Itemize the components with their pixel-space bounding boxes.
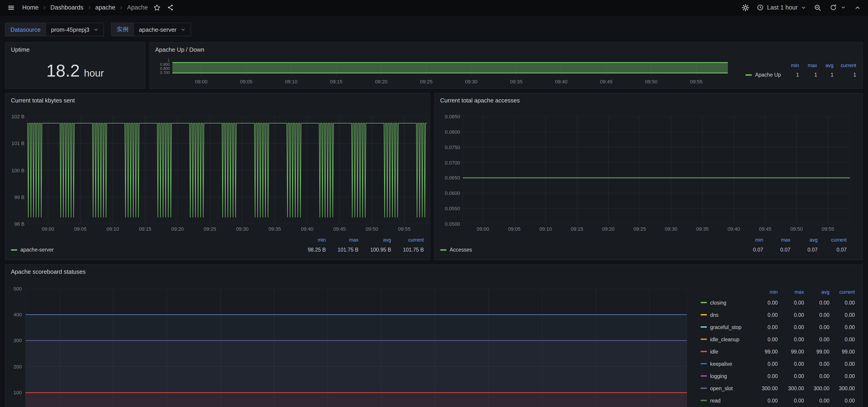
legend-header-min[interactable]: min [781,63,799,68]
legend-series-name[interactable]: read [701,398,750,403]
legend-header-avg[interactable]: avg [817,63,834,68]
y-axis-label: 0.0500 [436,221,460,227]
legend-value-max: 99.00 [778,349,804,354]
legend-value-max: 0.00 [778,373,804,379]
panel-title[interactable]: Uptime [11,46,30,53]
instance-variable: 实例 apache-server [111,23,191,36]
series-color-swatch [701,339,707,340]
chart-plot[interactable] [463,116,850,224]
x-axis-label: 09:40 [296,226,318,232]
legend-header-min[interactable]: min [293,237,326,242]
legend-header-max[interactable]: max [763,237,790,242]
x-axis-label: 09:50 [785,226,808,232]
stat-unit: hour [84,67,104,79]
legend-series-name[interactable]: keepalive [701,361,750,367]
y-axis-label: 0.0600 [436,191,460,196]
refresh-button[interactable] [829,3,838,12]
legend-series-name[interactable]: Apache Up [745,72,781,77]
share-icon [167,4,174,11]
star-dashboard-button[interactable] [152,3,161,12]
x-axis-label: 09:40 [722,226,745,232]
legend-value-avg: 0.00 [804,398,830,403]
legend-value-min: 98.25 B [293,247,326,252]
legend-series-name[interactable]: graceful_stop [701,324,750,330]
chart-plot[interactable] [27,116,427,224]
legend-series-name[interactable]: apache-server [11,247,293,252]
legend-header-avg[interactable]: avg [790,237,818,242]
legend-header-current[interactable]: current [818,237,847,242]
legend-value-min: 0.00 [750,398,778,403]
legend-header-min[interactable]: min [750,289,778,295]
legend-value-max: 0.00 [778,300,804,305]
legend-header-current[interactable]: current [391,237,424,242]
time-range-picker[interactable]: Last 1 hour [757,4,806,11]
chevron-down-icon [801,5,806,10]
x-axis-label: 09:05 [69,226,92,232]
legend-value-max: 0.00 [778,312,804,317]
refresh-icon [830,4,837,11]
x-axis-label: 09:15 [566,226,588,232]
legend-series-name[interactable]: Accesses [440,247,736,252]
y-axis-label: 100 B [5,167,25,173]
legend-series-name[interactable]: logging [701,373,750,379]
legend-header-max[interactable]: max [778,289,804,295]
breadcrumb-current-page: Apache [127,4,148,11]
legend-value-min: 0.07 [736,247,763,252]
series-color-swatch [701,400,707,401]
zoom-out-icon [814,4,821,11]
gear-icon [742,4,749,11]
legend-header-avg[interactable]: avg [359,237,391,242]
x-axis-label: 09:50 [640,79,663,84]
legend-series-name[interactable]: dns [701,312,750,317]
panel-title[interactable]: Current total kbytes sent [11,97,75,104]
legend-value-current: 0.00 [830,373,855,379]
breadcrumb-dashboards[interactable]: Dashboards [50,4,84,11]
legend-header-min[interactable]: min [736,237,763,242]
datasource-picker[interactable]: prom-45prepj3 [45,23,104,36]
legend-value-current: 99.00 [830,349,855,354]
y-axis-label: 0.0550 [436,206,460,211]
panel-title[interactable]: Current total apache accesses [440,97,520,104]
series-color-swatch [11,249,17,250]
legend-value-avg: 300.00 [804,385,830,391]
legend-header-current[interactable]: current [834,63,856,68]
chevron-up-button[interactable] [854,3,862,11]
x-axis-label: 09:10 [280,79,303,84]
share-dashboard-button[interactable] [166,3,175,12]
legend-header-current[interactable]: current [830,289,855,295]
refresh-controls [829,3,847,12]
dashboard-settings-button[interactable] [741,3,750,12]
legend-header-max[interactable]: max [326,237,359,242]
breadcrumb-apache-folder[interactable]: apache [95,4,116,11]
y-axis-label: 0.0750 [436,144,460,150]
panel-title[interactable]: Apache scoreboard statuses [11,268,86,275]
legend-series-name[interactable]: closing [701,300,750,305]
chevron-up-icon [855,4,861,11]
y-axis-label: 0.0700 [436,160,460,165]
x-axis-label: 09:30 [660,226,682,232]
legend-series-name[interactable]: idle [701,349,750,354]
chart-plot[interactable] [173,61,728,77]
chart-plot[interactable] [25,289,687,407]
legend-value-max: 0.00 [778,324,804,330]
panel-title[interactable]: Apache Up / Down [155,46,205,53]
instance-picker[interactable]: apache-server [133,23,191,36]
legend-value-current: 0.00 [830,324,855,330]
breadcrumb-home[interactable]: Home [22,4,38,11]
hamburger-menu-button[interactable] [6,3,16,12]
legend-header-max[interactable]: max [799,63,817,68]
x-axis-label: 09:15 [325,79,347,84]
legend-value-max: 101.75 B [326,247,359,252]
y-axis-label: 0.0800 [436,129,460,135]
x-axis-label: 09:10 [534,226,557,232]
legend-value-current: 300.00 [830,385,855,391]
legend-series-name[interactable]: idle_cleanup [701,337,750,342]
legend-value-min: 99.00 [750,349,778,354]
legend-series-name[interactable]: open_slot [701,385,750,391]
series-color-swatch [701,326,707,328]
legend-header-avg[interactable]: avg [804,289,830,295]
refresh-interval-dropdown[interactable] [840,4,847,11]
datasource-variable: Datasource prom-45prepj3 [5,23,104,36]
zoom-out-time-button[interactable] [813,3,822,12]
datasource-label: Datasource [5,23,45,36]
